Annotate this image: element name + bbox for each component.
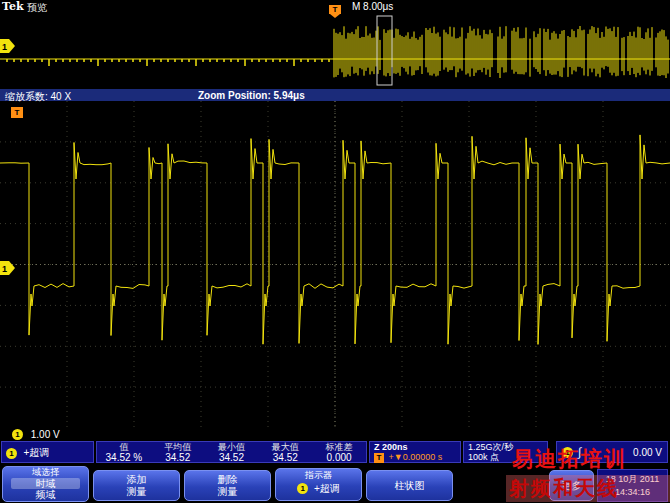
domain-select-button[interactable]: 域选择 时域 频域 [2, 466, 89, 502]
acquisition-box: 1.25G次/秒 100k 点 [463, 441, 548, 463]
histogram-button[interactable]: 柱状图 [366, 470, 453, 501]
stat-header: 标准差 [312, 442, 366, 452]
indicator-channel-badge: 1 [297, 483, 308, 494]
domain-option-frequency[interactable]: 频域 [11, 489, 80, 500]
stat-header: 最小值 [205, 442, 259, 452]
stat-header: 最大值 [258, 442, 312, 452]
stat-column: 最大值 34.52 [258, 442, 312, 462]
indicator-value: +超调 [314, 483, 340, 494]
indicator-button[interactable]: 指示器 1 +超调 [275, 468, 362, 501]
stat-value: 34.52 [258, 452, 312, 463]
stat-column: 平均值 34.52 [151, 442, 205, 462]
trigger-level-value: 0.00 V [633, 447, 662, 458]
zoom-position-label: Zoom Position: 5.94μs [198, 90, 305, 101]
delete-measurement-label-2: 测量 [185, 486, 270, 498]
stat-value: 34.52 [151, 452, 205, 463]
tek-logo: Tek [2, 0, 24, 13]
delete-measurement-button[interactable]: 删除 测量 [184, 470, 271, 501]
overview-waveform-strip: 1 [0, 14, 670, 88]
channel-scale-readout: 1 1.00 V [12, 428, 60, 441]
stat-value: 34.52 % [97, 452, 151, 463]
time-value: 14:34:16 [598, 486, 667, 499]
trigger-slope-icon: ∫ [578, 445, 581, 459]
stat-column: 标准差 0.000 [312, 442, 366, 462]
trigger-level-marker[interactable]: T [11, 107, 23, 118]
record-length: 100k 点 [468, 452, 547, 462]
add-measurement-label-2: 测量 [94, 486, 179, 498]
acquisition-mode-label: 预览 [27, 1, 47, 15]
sample-rate: 1.25G次/秒 [468, 442, 547, 452]
zoom-position-value: +▼0.00000 s [389, 452, 443, 462]
overview-waveform-trace [0, 26, 670, 78]
stat-column: 最小值 34.52 [205, 442, 259, 462]
zoom-info-bar: 缩放系数: 40 X Zoom Position: 5.94μs [0, 88, 670, 101]
add-measurement-label-1: 添加 [94, 474, 179, 486]
stat-value: 0.000 [312, 452, 366, 463]
domain-option-time[interactable]: 时域 [11, 478, 80, 489]
stat-column: 值 34.52 % [97, 442, 151, 462]
main-waveform-area: 1 [0, 101, 670, 428]
trigger-position-flag[interactable]: T [329, 5, 341, 14]
measurement-stats-box: 值 34.52 % 平均值 34.52 最小值 34.52 最大值 34.52 … [96, 441, 367, 463]
timebase-readout: M 8.00μs [352, 1, 393, 12]
channel1-badge: 1 [12, 429, 23, 440]
trigger-source-badge: 1 [562, 447, 573, 458]
more-button[interactable]: 更多 [549, 470, 594, 501]
datetime-box: 18 10月 2011 14:34:16 [597, 469, 668, 502]
add-measurement-button[interactable]: 添加 测量 [93, 470, 180, 501]
measurement-source-box: 1 +超调 [1, 441, 94, 463]
measurement-source-name: +超调 [24, 447, 50, 458]
measurement-source-badge: 1 [6, 448, 17, 459]
channel1-marker-main-label: 1 [2, 264, 7, 274]
stat-header: 值 [97, 442, 151, 452]
trigger-readout-box: 1 ∫ 0.00 V [556, 441, 668, 463]
domain-select-title: 域选择 [3, 467, 88, 478]
zoom-scale-box: Z 200ns T +▼0.00000 s [369, 441, 461, 463]
trigger-t-badge: T [374, 453, 384, 463]
indicator-title: 指示器 [276, 469, 361, 481]
stat-header: 平均值 [151, 442, 205, 452]
channel1-marker-label: 1 [2, 42, 7, 52]
channel-scale-value: 1.00 V [31, 429, 60, 440]
graticule [0, 101, 670, 428]
stat-value: 34.52 [205, 452, 259, 463]
delete-measurement-label-1: 删除 [185, 474, 270, 486]
zoom-scale-label: Z 200ns [374, 442, 460, 452]
date-value: 18 10月 2011 [598, 473, 667, 486]
